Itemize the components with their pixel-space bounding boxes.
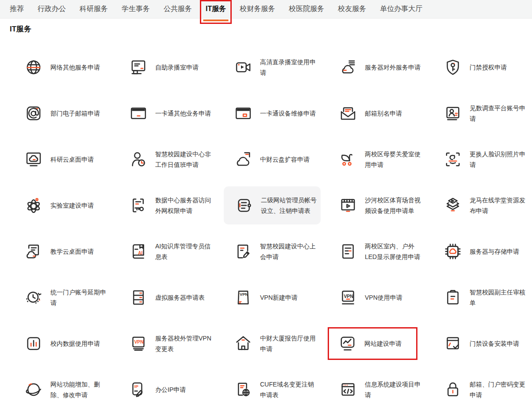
service-item[interactable]: 虚拟服务器申请表 bbox=[122, 274, 227, 321]
service-label: 网站建设申请 bbox=[364, 338, 413, 349]
service-label: 科研云桌面申请 bbox=[50, 154, 111, 165]
service-item[interactable]: AIAI知识库管理专员信息表 bbox=[122, 228, 227, 274]
nav-tab[interactable]: 推荐 bbox=[10, 4, 24, 14]
document-globe-icon bbox=[234, 381, 252, 398]
service-label: 服务器与存储申请 bbox=[470, 246, 530, 257]
nav-tab-label: IT服务 bbox=[206, 5, 226, 12]
service-label: 校内数据使用申请 bbox=[50, 338, 111, 349]
nav-tab-label: 科研服务 bbox=[80, 5, 108, 12]
service-item[interactable]: IP办公IP申请 bbox=[122, 367, 227, 402]
house-icon bbox=[234, 335, 252, 352]
nav-tab[interactable]: 单位办事大厅 bbox=[380, 4, 422, 14]
service-item[interactable]: 邮箱、门户密码变更申请 bbox=[437, 367, 532, 402]
service-label: 智慧校园建设中心上会申请 bbox=[260, 241, 320, 262]
nav-tab[interactable]: 科研服务 bbox=[80, 4, 108, 14]
active-tab-underline bbox=[203, 19, 229, 21]
service-label: 中财云盘扩容申请 bbox=[260, 154, 320, 165]
video-player-icon bbox=[339, 197, 357, 214]
vpn-screen-icon: VPN bbox=[339, 289, 357, 306]
code-window-icon bbox=[339, 381, 357, 398]
service-item[interactable]: 邮箱别名申请 bbox=[332, 90, 437, 136]
service-item[interactable]: 门禁授权申请 bbox=[437, 44, 532, 90]
service-item[interactable]: 网站建设申请 bbox=[328, 327, 417, 360]
nav-tab-label: 行政办公 bbox=[38, 5, 66, 12]
service-item[interactable]: 中财云盘扩容申请 bbox=[227, 136, 332, 182]
service-item[interactable]: 见数调查平台账号申请 bbox=[437, 90, 532, 136]
service-item[interactable]: CUFE域名变更注销申请表 bbox=[227, 367, 332, 402]
clock-renew-icon bbox=[25, 289, 42, 306]
chip-cloud-icon bbox=[444, 243, 462, 260]
service-item[interactable]: 网络其他服务申请 bbox=[18, 44, 122, 90]
service-label: 智慧校园副主任审核单 bbox=[470, 287, 530, 308]
service-label: 教学云桌面申请 bbox=[50, 246, 111, 257]
service-item[interactable]: 教学云桌面申请 bbox=[18, 228, 122, 274]
service-item[interactable]: 一卡通设备维修申请 bbox=[227, 90, 332, 136]
service-item[interactable]: 更换人脸识别照片申请 bbox=[437, 136, 532, 182]
nav-tab[interactable]: IT服务 bbox=[206, 4, 226, 14]
cloud-server-icon bbox=[339, 58, 357, 76]
service-item[interactable]: VPNVPN使用申请 bbox=[332, 274, 437, 321]
service-item[interactable]: 两校区母婴关爱室使用申请 bbox=[332, 136, 437, 182]
nav-tab[interactable]: 行政办公 bbox=[38, 4, 66, 14]
service-item[interactable]: 校内数据使用申请 bbox=[18, 321, 122, 367]
service-label: 邮箱别名申请 bbox=[365, 108, 425, 119]
service-label: 信息系统建设项目申请 bbox=[365, 379, 425, 400]
service-item[interactable]: 中财大厦报告厅使用申请 bbox=[227, 321, 332, 367]
service-item[interactable]: 门禁设备安装申请 bbox=[437, 321, 532, 367]
service-item[interactable]: VPN服务器校外管理VPN变更表 bbox=[122, 321, 227, 367]
card-icon bbox=[130, 104, 147, 122]
nav-tab[interactable]: 学生事务 bbox=[122, 4, 150, 14]
vpn-red-icon: VPN bbox=[130, 335, 147, 352]
service-item[interactable]: 一卡通其他业务申请 bbox=[122, 90, 227, 136]
person-clock-icon bbox=[130, 151, 147, 168]
nav-tab[interactable]: 校友服务 bbox=[338, 4, 366, 14]
document-cloud-icon bbox=[25, 243, 42, 260]
service-item[interactable]: 高清直录播室使用申请 bbox=[227, 44, 332, 90]
service-item[interactable]: 智慧校园建设中心上会申请 bbox=[227, 228, 332, 274]
service-item[interactable]: 自助录播室申请 bbox=[122, 44, 227, 90]
service-label: 自助录播室申请 bbox=[155, 62, 215, 73]
service-item[interactable]: VPNVPN新建申请 bbox=[227, 274, 332, 321]
card-repair-icon bbox=[234, 104, 252, 122]
service-item[interactable]: 信息系统建设项目申请 bbox=[332, 367, 437, 402]
service-item[interactable]: 服务器对外服务申请 bbox=[332, 44, 437, 90]
service-label: 门禁设备安装申请 bbox=[470, 338, 530, 349]
service-item[interactable]: 二级网站管理员帐号设立、注销申请表 bbox=[224, 186, 321, 224]
atom-icon bbox=[25, 197, 42, 214]
vpn-device-icon: VPN bbox=[234, 289, 252, 306]
nav-tab-label: 推荐 bbox=[10, 5, 24, 12]
monitor-chart-icon bbox=[339, 335, 356, 352]
category-tabs-bar: 推荐行政办公科研服务学生事务公共服务IT服务校财务服务校医院服务校友服务单位办事… bbox=[0, 0, 532, 19]
service-item[interactable]: 服务器与存储申请 bbox=[437, 228, 532, 274]
service-label: 沙河校区体育场音视频设备使用申请单 bbox=[365, 195, 425, 216]
service-label: 部门电子邮箱申请 bbox=[50, 108, 111, 119]
service-item[interactable]: 智慧校园副主任审核单 bbox=[437, 274, 532, 321]
service-item[interactable]: 数据中心服务器访问外网权限申请 bbox=[122, 182, 227, 228]
service-item[interactable]: 龙马在线学堂资源发布申请 bbox=[437, 182, 532, 228]
nav-tab[interactable]: 校财务服务 bbox=[240, 4, 275, 14]
section-title: IT服务 bbox=[10, 24, 31, 34]
nav-tab[interactable]: 校医院服务 bbox=[289, 4, 324, 14]
nav-tab[interactable]: 公共服务 bbox=[164, 4, 192, 14]
layers-play-icon bbox=[444, 197, 462, 214]
service-label: 龙马在线学堂资源发布申请 bbox=[470, 195, 530, 216]
service-label: 统一门户账号延期申请 bbox=[50, 287, 111, 308]
planet-icon bbox=[25, 381, 42, 398]
service-item[interactable]: 网站功能增加、删除、修改申请 bbox=[18, 367, 122, 402]
service-label: 网络其他服务申请 bbox=[50, 62, 111, 73]
service-item[interactable]: 实验室建设申请 bbox=[18, 182, 122, 228]
globe-icon bbox=[25, 58, 42, 76]
service-item[interactable]: 统一门户账号延期申请 bbox=[18, 274, 122, 321]
service-item[interactable]: 沙河校区体育场音视频设备使用申请单 bbox=[332, 182, 437, 228]
service-item[interactable]: 两校区室内、户外LED显示屏使用申请 bbox=[332, 228, 437, 274]
stroller-icon bbox=[339, 151, 357, 168]
face-id-icon bbox=[444, 151, 462, 168]
service-label: 智慧校园建设中心非工作日值班申请 bbox=[155, 149, 215, 170]
service-item[interactable]: 部门电子邮箱申请 bbox=[18, 90, 122, 136]
envelope-icon bbox=[339, 104, 357, 122]
service-item[interactable]: 科研云桌面申请 bbox=[18, 136, 122, 182]
service-item[interactable]: 智慧校园建设中心非工作日值班申请 bbox=[122, 136, 227, 182]
svg-text:VPN: VPN bbox=[344, 294, 353, 299]
server-rack-icon bbox=[130, 289, 147, 306]
service-label: 邮箱、门户密码变更申请 bbox=[470, 379, 530, 400]
